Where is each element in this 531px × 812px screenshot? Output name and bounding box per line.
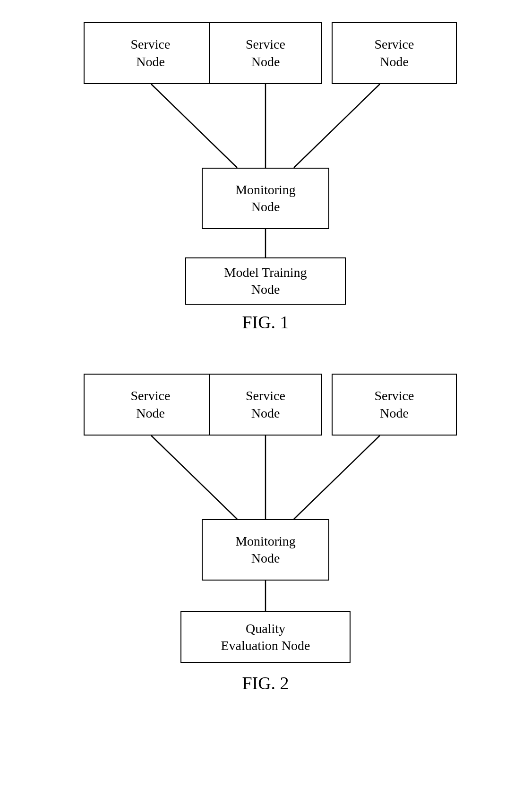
svg-line-0 [151, 84, 237, 168]
svg-line-4 [151, 436, 237, 519]
fig1-label: FIG. 1 [242, 312, 289, 333]
fig1-service-node-left: Service Node [84, 22, 217, 84]
fig2-diagram: Service Node ... Service Node ... Servic… [77, 366, 454, 668]
fig1-diagram: Service Node ... Service Node ... Servic… [77, 14, 454, 307]
fig2-monitoring-node: Monitoring Node [202, 519, 329, 581]
page: Service Node ... Service Node ... Servic… [0, 0, 531, 812]
fig2-label: FIG. 2 [242, 673, 289, 693]
fig2-service-node-right: Service Node [332, 374, 457, 436]
svg-line-6 [294, 436, 380, 519]
figure-1-container: Service Node ... Service Node ... Servic… [0, 14, 531, 347]
fig1-service-node-center: Service Node [209, 22, 322, 84]
fig2-quality-evaluation-node: Quality Evaluation Node [180, 611, 351, 663]
fig2-service-node-center: Service Node [209, 374, 322, 436]
fig2-service-node-left: Service Node [84, 374, 217, 436]
fig1-monitoring-node: Monitoring Node [202, 168, 329, 229]
svg-line-2 [294, 84, 380, 168]
fig1-service-node-right: Service Node [332, 22, 457, 84]
fig1-model-training-node: Model Training Node [185, 257, 346, 305]
figure-2-container: Service Node ... Service Node ... Servic… [0, 366, 531, 708]
